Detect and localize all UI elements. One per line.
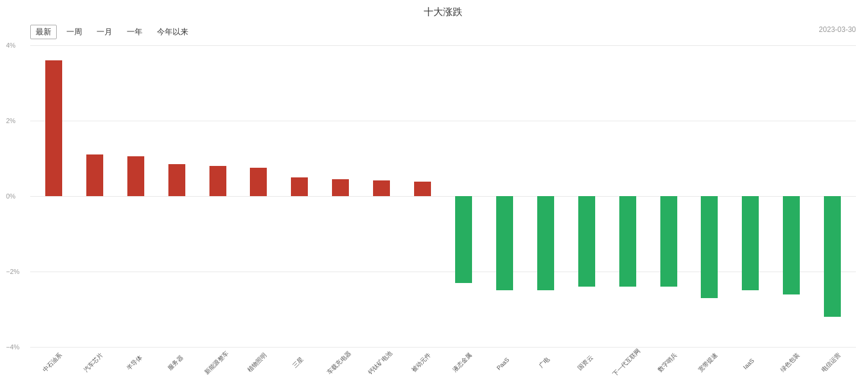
bar-label-17: IaaS <box>742 357 755 371</box>
bar-wrapper-19: 电信运营 <box>812 45 853 347</box>
bar-label-1: 汽车芯片 <box>82 351 105 374</box>
bar-positive-2 <box>127 156 144 196</box>
btn-week[interactable]: 一周 <box>62 25 87 39</box>
bar-wrapper-6: 三星 <box>279 45 320 347</box>
bar-wrapper-16: 宽带提速 <box>689 45 730 347</box>
chart-area: 4% 2% 0% −2% −4% 中石油系汽车芯片半导体服务器新能源整车植物照明… <box>30 45 856 365</box>
bar-label-13: 国资云 <box>576 353 595 372</box>
btn-latest[interactable]: 最新 <box>30 25 57 39</box>
bar-label-15: 数字哨兵 <box>656 351 678 374</box>
bar-positive-9 <box>414 182 431 196</box>
date-label: 2023-03-30 <box>819 25 856 34</box>
bar-wrapper-1: 汽车芯片 <box>74 45 115 347</box>
bar-positive-6 <box>291 177 308 196</box>
y-label-2: 2% <box>6 117 16 124</box>
bar-negative-18 <box>783 196 800 294</box>
bar-wrapper-11: PaaS <box>484 45 525 347</box>
bar-wrapper-17: IaaS <box>730 45 771 347</box>
bar-label-9: 被动元件 <box>410 351 433 374</box>
bar-label-16: 宽带提速 <box>697 351 720 374</box>
btn-month[interactable]: 一月 <box>92 25 117 39</box>
bar-wrapper-12: 广电 <box>525 45 566 347</box>
bar-wrapper-4: 新能源整车 <box>197 45 238 347</box>
y-label-m4: −4% <box>6 343 19 351</box>
y-label-0: 0% <box>6 192 16 200</box>
bar-wrapper-15: 数字哨兵 <box>648 45 689 347</box>
bar-negative-17 <box>742 196 759 290</box>
bar-negative-11 <box>496 196 513 290</box>
bar-label-4: 新能源整车 <box>203 349 230 376</box>
bar-wrapper-0: 中石油系 <box>33 45 74 347</box>
bar-label-18: 绿色包装 <box>779 351 802 374</box>
bar-label-3: 服务器 <box>166 353 185 372</box>
bar-label-5: 植物照明 <box>246 351 269 374</box>
bars-container: 中石油系汽车芯片半导体服务器新能源整车植物照明三星车载充电器钙钛矿电池被动元件液… <box>30 45 856 347</box>
y-label-m2: −2% <box>6 268 19 275</box>
bar-wrapper-10: 液态金属 <box>443 45 484 347</box>
bar-label-11: PaaS <box>495 356 510 371</box>
bar-positive-8 <box>373 180 390 196</box>
bar-negative-10 <box>455 196 472 283</box>
bar-negative-19 <box>824 196 841 317</box>
bar-wrapper-7: 车载充电器 <box>320 45 361 347</box>
btn-ytd[interactable]: 今年以来 <box>152 25 193 39</box>
bar-positive-0 <box>45 60 62 196</box>
bar-wrapper-9: 被动元件 <box>402 45 443 347</box>
bar-label-0: 中石油系 <box>41 351 64 374</box>
bar-label-14: 下一代互联网 <box>610 347 642 378</box>
bar-wrapper-13: 国资云 <box>566 45 607 347</box>
controls-bar: 最新 一周 一月 一年 今年以来 <box>30 25 856 39</box>
bar-label-6: 三星 <box>291 355 305 370</box>
bar-label-7: 车载充电器 <box>326 349 353 376</box>
bar-wrapper-18: 绿色包装 <box>771 45 812 347</box>
bar-label-8: 钙钛矿电池 <box>366 349 394 376</box>
bar-negative-14 <box>619 196 636 287</box>
bar-label-10: 液态金属 <box>451 351 474 374</box>
main-container: 十大涨跌 最新 一周 一月 一年 今年以来 2023-03-30 4% 2% 0… <box>0 0 868 388</box>
y-label-4: 4% <box>6 42 16 49</box>
bar-wrapper-2: 半导体 <box>115 45 156 347</box>
bar-positive-1 <box>86 154 103 196</box>
bar-wrapper-3: 服务器 <box>156 45 197 347</box>
bar-wrapper-5: 植物照明 <box>238 45 279 347</box>
bar-negative-13 <box>578 196 595 287</box>
bar-label-2: 半导体 <box>125 353 144 372</box>
bar-wrapper-14: 下一代互联网 <box>607 45 648 347</box>
bar-negative-16 <box>701 196 718 298</box>
bar-positive-5 <box>250 168 267 196</box>
bar-label-19: 电信运营 <box>820 351 843 374</box>
bar-positive-4 <box>209 166 226 196</box>
bar-negative-15 <box>660 196 677 287</box>
bar-negative-12 <box>537 196 554 290</box>
chart-title: 十大涨跌 <box>30 6 856 19</box>
bar-label-12: 广电 <box>537 355 552 370</box>
bar-positive-7 <box>332 179 349 196</box>
btn-year[interactable]: 一年 <box>122 25 147 39</box>
bar-positive-3 <box>168 164 185 196</box>
bar-wrapper-8: 钙钛矿电池 <box>361 45 402 347</box>
